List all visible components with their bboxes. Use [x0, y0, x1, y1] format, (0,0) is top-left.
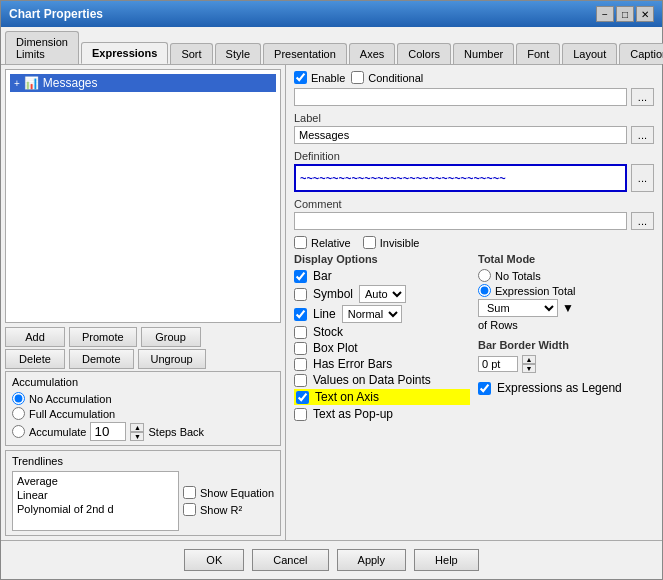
- delete-button[interactable]: Delete: [5, 349, 65, 369]
- has-error-bars-checkbox[interactable]: [294, 358, 307, 371]
- label-input-row: ...: [294, 126, 654, 144]
- expressions-tree[interactable]: + 📊 Messages: [5, 69, 281, 323]
- definition-btn[interactable]: ...: [631, 164, 654, 192]
- expressions-as-legend-checkbox[interactable]: [478, 382, 491, 395]
- full-accumulation-radio[interactable]: [12, 407, 25, 420]
- label-field: Label ...: [294, 112, 654, 144]
- comment-input-row: ...: [294, 212, 654, 230]
- ok-button[interactable]: OK: [184, 549, 244, 571]
- no-totals-label: No Totals: [495, 270, 541, 282]
- conditional-field: ...: [294, 88, 654, 106]
- symbol-label: Symbol: [313, 287, 353, 301]
- tab-caption[interactable]: Caption: [619, 43, 663, 64]
- add-button[interactable]: Add: [5, 327, 65, 347]
- trendlines-list[interactable]: Average Linear Polynomial of 2nd d: [12, 471, 179, 531]
- show-equation-checkbox[interactable]: [183, 486, 196, 499]
- show-r2-checkbox[interactable]: [183, 503, 196, 516]
- no-totals-row: No Totals: [478, 269, 654, 282]
- text-as-popup-row: Text as Pop-up: [294, 407, 470, 421]
- bar-border-section: Bar Border Width ▲ ▼: [478, 339, 654, 373]
- tree-item-messages[interactable]: + 📊 Messages: [10, 74, 276, 92]
- stock-checkbox[interactable]: [294, 326, 307, 339]
- tab-style[interactable]: Style: [215, 43, 261, 64]
- no-totals-radio[interactable]: [478, 269, 491, 282]
- tab-sort[interactable]: Sort: [170, 43, 212, 64]
- enable-checkbox[interactable]: [294, 71, 307, 84]
- definition-input-row: ...: [294, 164, 654, 192]
- close-button[interactable]: ✕: [636, 6, 654, 22]
- line-checkbox[interactable]: [294, 308, 307, 321]
- box-plot-checkbox[interactable]: [294, 342, 307, 355]
- steps-input[interactable]: [90, 422, 126, 441]
- group-button[interactable]: Group: [141, 327, 201, 347]
- tab-expressions[interactable]: Expressions: [81, 42, 168, 64]
- conditional-input[interactable]: [294, 88, 627, 106]
- tabs-bar: Dimension Limits Expressions Sort Style …: [1, 27, 662, 65]
- promote-button[interactable]: Promote: [69, 327, 137, 347]
- sum-select[interactable]: Sum: [478, 299, 558, 317]
- border-spinner: ▲ ▼: [522, 355, 536, 373]
- comment-input[interactable]: [294, 212, 627, 230]
- bar-label: Bar: [313, 269, 332, 283]
- tab-number[interactable]: Number: [453, 43, 514, 64]
- trendlines-inner: Average Linear Polynomial of 2nd d Show …: [12, 471, 274, 531]
- help-button[interactable]: Help: [414, 549, 479, 571]
- tab-presentation[interactable]: Presentation: [263, 43, 347, 64]
- tab-dimension-limits[interactable]: Dimension Limits: [5, 31, 79, 64]
- tab-font[interactable]: Font: [516, 43, 560, 64]
- expression-total-radio[interactable]: [478, 284, 491, 297]
- label-btn[interactable]: ...: [631, 126, 654, 144]
- label-input[interactable]: [294, 126, 627, 144]
- apply-button[interactable]: Apply: [337, 549, 407, 571]
- definition-input[interactable]: [294, 164, 627, 192]
- demote-button[interactable]: Demote: [69, 349, 134, 369]
- steps-down[interactable]: ▼: [130, 432, 144, 441]
- display-options-title: Display Options: [294, 253, 470, 265]
- bar-checkbox[interactable]: [294, 270, 307, 283]
- title-bar: Chart Properties − □ ✕: [1, 1, 662, 27]
- box-plot-label: Box Plot: [313, 341, 358, 355]
- ungroup-button[interactable]: Ungroup: [138, 349, 206, 369]
- trendline-linear[interactable]: Linear: [15, 488, 176, 502]
- chart-properties-window: Chart Properties − □ ✕ Dimension Limits …: [0, 0, 663, 580]
- values-on-data-points-checkbox[interactable]: [294, 374, 307, 387]
- steps-up[interactable]: ▲: [130, 423, 144, 432]
- conditional-btn[interactable]: ...: [631, 88, 654, 106]
- accumulation-group: Accumulation No Accumulation Full Accumu…: [5, 371, 281, 446]
- text-as-popup-checkbox[interactable]: [294, 408, 307, 421]
- values-on-data-points-row: Values on Data Points: [294, 373, 470, 387]
- trendline-poly2[interactable]: Polynomial of 2nd d: [15, 502, 176, 516]
- comment-field: Comment ...: [294, 198, 654, 230]
- comment-label: Comment: [294, 198, 654, 210]
- tab-colors[interactable]: Colors: [397, 43, 451, 64]
- trendline-average[interactable]: Average: [15, 474, 176, 488]
- bar-border-input[interactable]: [478, 356, 518, 372]
- right-panel: Enable Conditional ... Label ..: [286, 65, 662, 540]
- full-accumulation-row: Full Accumulation: [12, 407, 274, 420]
- cancel-button[interactable]: Cancel: [252, 549, 328, 571]
- minimize-button[interactable]: −: [596, 6, 614, 22]
- tab-axes[interactable]: Axes: [349, 43, 395, 64]
- relative-checkbox[interactable]: [294, 236, 307, 249]
- symbol-select[interactable]: Auto: [359, 285, 406, 303]
- line-label: Line: [313, 307, 336, 321]
- conditional-checkbox[interactable]: [351, 71, 364, 84]
- text-on-axis-checkbox[interactable]: [296, 391, 309, 404]
- steps-back-label: Steps Back: [148, 426, 204, 438]
- line-select[interactable]: Normal: [342, 305, 402, 323]
- comment-btn[interactable]: ...: [631, 212, 654, 230]
- show-equation-row: Show Equation: [183, 486, 274, 499]
- maximize-button[interactable]: □: [616, 6, 634, 22]
- border-down[interactable]: ▼: [522, 364, 536, 373]
- border-up[interactable]: ▲: [522, 355, 536, 364]
- display-options: Display Options Bar Symbol Auto: [294, 253, 470, 421]
- trendlines-group: Trendlines Average Linear Polynomial of …: [5, 450, 281, 536]
- box-plot-row: Box Plot: [294, 341, 470, 355]
- tab-layout[interactable]: Layout: [562, 43, 617, 64]
- no-accumulation-label: No Accumulation: [29, 393, 112, 405]
- accumulate-radio[interactable]: [12, 425, 25, 438]
- invisible-checkbox[interactable]: [363, 236, 376, 249]
- expressions-as-legend-row: Expressions as Legend: [478, 381, 654, 395]
- no-accumulation-radio[interactable]: [12, 392, 25, 405]
- symbol-checkbox[interactable]: [294, 288, 307, 301]
